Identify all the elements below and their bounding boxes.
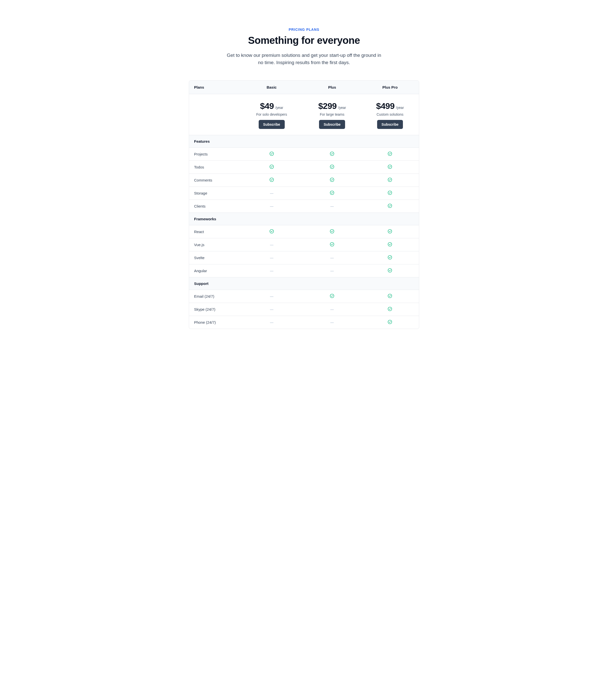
feature-value xyxy=(303,148,361,160)
check-icon xyxy=(387,255,393,260)
feature-value xyxy=(303,303,361,316)
feature-value xyxy=(240,238,303,251)
price-basic: $49 xyxy=(260,101,274,111)
feature-value xyxy=(361,251,419,264)
feature-value xyxy=(240,290,303,303)
feature-value xyxy=(240,187,303,199)
feature-row: Skype (24/7) xyxy=(189,303,419,316)
plan-header-plus: Plus xyxy=(303,81,361,94)
subscribe-button-pluspro[interactable]: Subscribe xyxy=(377,120,403,129)
feature-value xyxy=(361,316,419,329)
check-icon xyxy=(329,293,335,298)
feature-value xyxy=(240,316,303,329)
dash-icon xyxy=(330,271,334,271)
check-icon xyxy=(387,203,393,208)
pricing-table: Plans Basic Plus Plus Pro $49 /year For … xyxy=(189,81,419,329)
feature-value xyxy=(240,251,303,264)
check-icon xyxy=(387,293,393,298)
plan-header-pluspro: Plus Pro xyxy=(361,81,419,94)
feature-value xyxy=(303,316,361,329)
price-pluspro: $499 xyxy=(376,101,395,111)
dash-icon xyxy=(270,309,273,310)
dash-icon xyxy=(270,296,273,297)
section-row: Frameworks xyxy=(189,213,419,225)
feature-value xyxy=(303,174,361,187)
feature-value xyxy=(303,225,361,238)
check-icon xyxy=(329,229,335,234)
dash-icon xyxy=(330,206,334,207)
check-icon xyxy=(387,229,393,234)
dash-icon xyxy=(270,323,273,323)
check-icon xyxy=(387,151,393,156)
dash-icon xyxy=(330,323,334,323)
period-basic: /year xyxy=(276,106,283,110)
check-icon xyxy=(329,177,335,182)
plan-desc-plus: For large teams xyxy=(306,112,358,116)
check-icon xyxy=(329,242,335,247)
feature-row: Storage xyxy=(189,187,419,199)
period-plus: /year xyxy=(338,106,346,110)
feature-label: React xyxy=(189,225,240,238)
feature-row: Comments xyxy=(189,174,419,187)
feature-row: Vue.js xyxy=(189,238,419,251)
feature-label: Phone (24/7) xyxy=(189,316,240,329)
dash-icon xyxy=(330,258,334,258)
check-icon xyxy=(329,151,335,156)
page-title: Something for everyone xyxy=(189,35,419,46)
feature-label: Skype (24/7) xyxy=(189,303,240,316)
feature-value xyxy=(240,199,303,213)
plan-desc-basic: For solo developers xyxy=(243,112,300,116)
feature-value xyxy=(303,251,361,264)
feature-value xyxy=(361,264,419,277)
check-icon xyxy=(269,164,274,169)
subscribe-button-plus[interactable]: Subscribe xyxy=(319,120,345,129)
feature-value xyxy=(361,160,419,174)
price-cell-basic: $49 /year For solo developers Subscribe xyxy=(240,94,303,135)
check-icon xyxy=(387,242,393,247)
feature-row: Phone (24/7) xyxy=(189,316,419,329)
period-pluspro: /year xyxy=(396,106,404,110)
check-icon xyxy=(387,164,393,169)
dash-icon xyxy=(270,258,273,258)
feature-value xyxy=(303,238,361,251)
feature-row: Todos xyxy=(189,160,419,174)
feature-value xyxy=(303,290,361,303)
price-cell-plus: $299 /year For large teams Subscribe xyxy=(303,94,361,135)
feature-value xyxy=(361,187,419,199)
feature-row: Email (24/7) xyxy=(189,290,419,303)
check-icon xyxy=(269,151,274,156)
check-icon xyxy=(329,164,335,169)
section-row: Support xyxy=(189,277,419,290)
plans-header: Plans xyxy=(189,81,240,94)
feature-value xyxy=(240,160,303,174)
pricing-page: PRICING PLANS Something for everyone Get… xyxy=(179,0,429,349)
feature-value xyxy=(361,174,419,187)
feature-value xyxy=(303,160,361,174)
dash-icon xyxy=(270,271,273,271)
feature-value xyxy=(303,264,361,277)
check-icon xyxy=(269,177,274,182)
feature-label: Todos xyxy=(189,160,240,174)
plan-desc-pluspro: Custom solutions xyxy=(364,112,416,116)
feature-row: Svelte xyxy=(189,251,419,264)
feature-label: Angular xyxy=(189,264,240,277)
subscribe-button-basic[interactable]: Subscribe xyxy=(259,120,285,129)
feature-value xyxy=(361,238,419,251)
feature-row: Angular xyxy=(189,264,419,277)
feature-row: Projects xyxy=(189,148,419,160)
feature-label: Comments xyxy=(189,174,240,187)
feature-label: Storage xyxy=(189,187,240,199)
feature-value xyxy=(303,187,361,199)
section-row: Features xyxy=(189,135,419,148)
feature-value xyxy=(240,148,303,160)
plan-header-row: Plans Basic Plus Plus Pro xyxy=(189,81,419,94)
feature-value xyxy=(361,303,419,316)
feature-value xyxy=(361,148,419,160)
eyebrow: PRICING PLANS xyxy=(189,27,419,32)
feature-value xyxy=(361,290,419,303)
feature-label: Vue.js xyxy=(189,238,240,251)
check-icon xyxy=(387,268,393,273)
dash-icon xyxy=(270,206,273,207)
feature-row: React xyxy=(189,225,419,238)
pricing-table-card: Plans Basic Plus Plus Pro $49 /year For … xyxy=(189,80,419,329)
